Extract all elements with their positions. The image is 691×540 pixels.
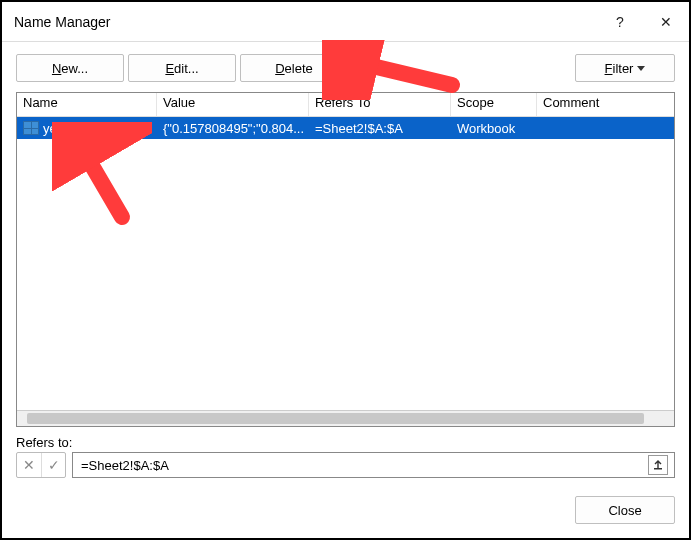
col-name[interactable]: Name: [17, 93, 157, 116]
toolbar: New... Edit... Delete Filter: [2, 42, 689, 92]
accept-icon[interactable]: ✓: [41, 453, 65, 477]
col-value[interactable]: Value: [157, 93, 309, 116]
window-title: Name Manager: [14, 14, 111, 30]
edit-button[interactable]: Edit...: [128, 54, 236, 82]
defined-name-icon: [23, 121, 39, 135]
col-scope[interactable]: Scope: [451, 93, 537, 116]
row-value: {"0.157808495";"0.804...: [157, 121, 309, 136]
row-scope: Workbook: [451, 121, 537, 136]
titlebar: Name Manager ? ✕: [2, 2, 689, 42]
names-list: Name Value Refers To Scope Comment yeeee…: [16, 92, 675, 427]
scrollbar-thumb[interactable]: [27, 413, 644, 424]
list-body[interactable]: yeeees {"0.157808495";"0.804... =Sheet2!…: [17, 117, 674, 410]
col-refers[interactable]: Refers To: [309, 93, 451, 116]
horizontal-scrollbar[interactable]: [17, 410, 674, 426]
close-window-button[interactable]: ✕: [643, 2, 689, 42]
new-button[interactable]: New...: [16, 54, 124, 82]
help-button[interactable]: ?: [597, 2, 643, 42]
row-name: yeeees: [43, 121, 85, 136]
table-row[interactable]: yeeees {"0.157808495";"0.804... =Sheet2!…: [17, 117, 674, 139]
refers-to-input-wrap: [72, 452, 675, 478]
filter-button[interactable]: Filter: [575, 54, 675, 82]
collapse-dialog-icon[interactable]: [648, 455, 668, 475]
row-refers: =Sheet2!$A:$A: [309, 121, 451, 136]
refers-to-input[interactable]: [79, 457, 644, 474]
cancel-icon[interactable]: ✕: [17, 453, 41, 477]
refers-to-section: Refers to: ✕ ✓: [2, 427, 689, 478]
dialog-footer: Close: [2, 478, 689, 538]
chevron-down-icon: [637, 66, 645, 71]
delete-button[interactable]: Delete: [240, 54, 348, 82]
svg-rect-0: [654, 468, 662, 470]
close-button[interactable]: Close: [575, 496, 675, 524]
list-header[interactable]: Name Value Refers To Scope Comment: [17, 93, 674, 117]
accept-cancel-buttons: ✕ ✓: [16, 452, 66, 478]
name-manager-dialog: Name Manager ? ✕ New... Edit... Delete F…: [0, 0, 691, 540]
col-comment[interactable]: Comment: [537, 93, 674, 116]
